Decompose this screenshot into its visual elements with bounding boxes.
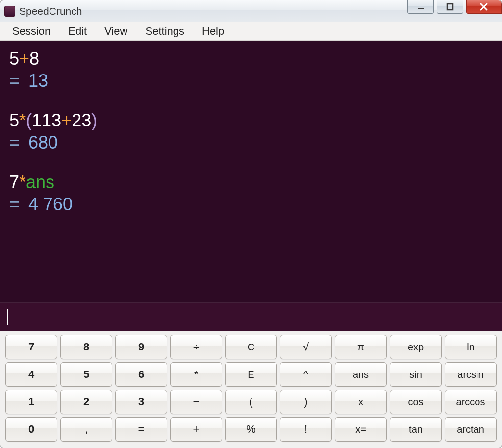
key-tan[interactable]: tan	[390, 417, 442, 442]
titlebar[interactable]: SpeedCrunch	[0, 0, 502, 22]
key-factorial[interactable]: !	[280, 417, 332, 442]
expression-line[interactable]: 5*(113+23)	[9, 109, 493, 131]
history: 5+8= 135*(113+23)= 6807*ans= 4 760	[9, 48, 493, 302]
key-4[interactable]: 4	[5, 362, 57, 387]
key-equals[interactable]: =	[115, 417, 167, 442]
close-button[interactable]	[466, 0, 502, 14]
key-e[interactable]: E	[225, 362, 277, 387]
key-rparen[interactable]: )	[280, 390, 332, 414]
display-area: 5+8= 135*(113+23)= 6807*ans= 4 760	[0, 41, 502, 331]
expr-token: *	[19, 110, 26, 130]
key-divide[interactable]: ÷	[170, 335, 222, 359]
menu-session[interactable]: Session	[3, 22, 59, 40]
menu-edit[interactable]: Edit	[59, 22, 96, 40]
menu-help[interactable]: Help	[193, 22, 233, 40]
result-line[interactable]: = 4 760	[9, 193, 493, 215]
key-9[interactable]: 9	[115, 335, 167, 359]
menu-view[interactable]: View	[96, 22, 136, 40]
key-exp[interactable]: exp	[390, 335, 442, 359]
key-plus[interactable]: +	[170, 417, 222, 442]
equals-sign: =	[9, 132, 20, 152]
expression-line[interactable]: 5+8	[9, 48, 493, 70]
text-cursor	[7, 309, 8, 325]
key-sin[interactable]: sin	[390, 362, 442, 387]
maximize-icon	[446, 2, 454, 11]
expr-token: 7	[9, 172, 19, 192]
app-window: SpeedCrunch Session Edit View Settings H…	[0, 0, 502, 448]
keypad: 789÷C√πexpln456*E^anssinarcsin123−()xcos…	[0, 331, 502, 448]
key-power[interactable]: ^	[280, 362, 332, 387]
window-controls	[407, 0, 502, 22]
key-0[interactable]: 0	[5, 417, 57, 442]
equals-sign: =	[9, 71, 20, 91]
key-multiply[interactable]: *	[170, 362, 222, 387]
key-x[interactable]: x	[335, 390, 387, 414]
key-6[interactable]: 6	[115, 362, 167, 387]
menubar: Session Edit View Settings Help	[0, 22, 502, 41]
expr-token: ans	[26, 172, 54, 192]
maximize-button[interactable]	[437, 0, 463, 14]
svg-rect-0	[418, 8, 424, 9]
key-8[interactable]: 8	[60, 335, 112, 359]
expr-token: 113	[32, 110, 61, 130]
key-arctan[interactable]: arctan	[445, 417, 497, 442]
close-icon	[479, 2, 489, 12]
input-line[interactable]	[0, 302, 502, 331]
key-7[interactable]: 7	[5, 335, 57, 359]
history-entry: 5+8= 13	[9, 48, 493, 92]
key-pi[interactable]: π	[335, 335, 387, 359]
key-lparen[interactable]: (	[225, 390, 277, 414]
key-2[interactable]: 2	[60, 390, 112, 414]
menu-settings[interactable]: Settings	[137, 22, 194, 40]
app-icon	[4, 6, 15, 17]
window-title: SpeedCrunch	[19, 5, 82, 17]
key-percent[interactable]: %	[225, 417, 277, 442]
key-arccos[interactable]: arccos	[445, 390, 497, 414]
expr-token: (	[26, 110, 32, 130]
expr-token: 5	[9, 49, 19, 69]
result-line[interactable]: = 13	[9, 70, 493, 92]
result-value: 680	[24, 132, 58, 152]
expr-token: 8	[29, 49, 39, 69]
minimize-button[interactable]	[407, 0, 434, 14]
minimize-icon	[416, 2, 425, 11]
key-ans[interactable]: ans	[335, 362, 387, 387]
result-value: 13	[24, 71, 48, 91]
key-5[interactable]: 5	[60, 362, 112, 387]
key-1[interactable]: 1	[5, 390, 57, 414]
key-3[interactable]: 3	[115, 390, 167, 414]
key-ln[interactable]: ln	[445, 335, 497, 359]
expr-token: )	[91, 110, 97, 130]
equals-sign: =	[9, 194, 20, 214]
history-entry: 5*(113+23)= 680	[9, 109, 493, 153]
history-entry: 7*ans= 4 760	[9, 171, 493, 215]
svg-rect-1	[447, 4, 453, 10]
key-sqrt[interactable]: √	[280, 335, 332, 359]
expr-token: +	[61, 110, 72, 130]
expr-token: 23	[72, 110, 91, 130]
result-value: 4 760	[24, 194, 73, 214]
key-arcsin[interactable]: arcsin	[445, 362, 497, 387]
expr-token: +	[19, 49, 29, 69]
expr-token: *	[19, 172, 26, 192]
key-cos[interactable]: cos	[390, 390, 442, 414]
key-assign[interactable]: x=	[335, 417, 387, 442]
result-line[interactable]: = 680	[9, 131, 493, 153]
expression-line[interactable]: 7*ans	[9, 171, 493, 193]
key-minus[interactable]: −	[170, 390, 222, 414]
expr-token: 5	[9, 110, 19, 130]
key-clear[interactable]: C	[225, 335, 277, 359]
key-comma[interactable]: ,	[60, 417, 112, 442]
